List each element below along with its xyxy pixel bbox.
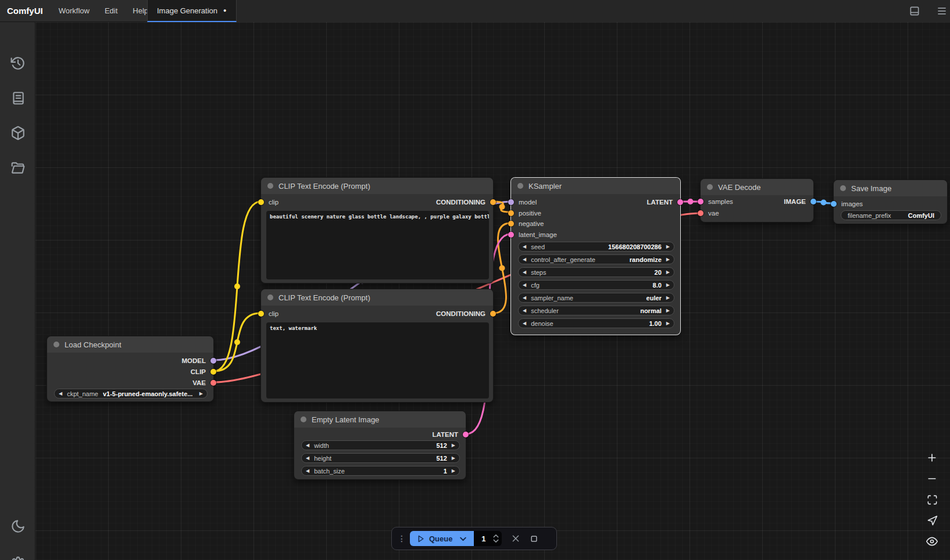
widget-cfg[interactable]: ◀ cfg 8.0 ▶ [518, 280, 674, 290]
port-images-input[interactable] [831, 201, 837, 207]
port-model-output[interactable] [210, 358, 216, 364]
widget-prev-icon[interactable]: ◀ [523, 296, 526, 300]
widget-next-icon[interactable]: ▶ [666, 296, 670, 300]
widget-prev-icon[interactable]: ◀ [523, 270, 526, 275]
widget-sampler-name[interactable]: ◀ sampler_name euler ▶ [518, 293, 674, 303]
zoom-in-icon[interactable] [925, 451, 939, 465]
widget-prev-icon[interactable]: ◀ [523, 245, 526, 249]
widget-next-icon[interactable]: ▶ [666, 308, 670, 313]
widget-prev-icon[interactable]: ◀ [306, 469, 309, 473]
port-clip-input[interactable] [258, 311, 264, 317]
collapse-dot-icon[interactable] [301, 417, 306, 422]
node-header[interactable]: Empty Latent Image [294, 411, 466, 428]
port-positive-input[interactable] [508, 210, 514, 216]
widget-next-icon[interactable]: ▶ [666, 245, 670, 249]
select-mode-arrow-icon[interactable] [925, 514, 939, 527]
port-clip-output[interactable] [210, 369, 216, 375]
node-clip-text-encode-negative[interactable]: CLIP Text Encode (Prompt) clip CONDITION… [260, 289, 494, 403]
port-latent-output[interactable] [677, 199, 683, 205]
node-header[interactable]: Save Image [834, 180, 947, 196]
clear-queue-close-icon[interactable] [511, 534, 520, 543]
widget-prev-icon[interactable]: ◀ [59, 392, 62, 396]
widget-steps[interactable]: ◀ steps 20 ▶ [518, 267, 674, 277]
node-library-cube-icon[interactable] [10, 125, 26, 141]
spin-down-icon[interactable] [493, 539, 499, 543]
port-vae-input[interactable] [698, 210, 703, 216]
node-save-image[interactable]: Save Image images filename_prefix ComfyU… [833, 180, 948, 224]
widget-ckpt-name[interactable]: ◀ ckpt_name v1-5-pruned-emaonly.safete..… [54, 389, 208, 399]
toggle-link-visibility-eye-icon[interactable] [925, 534, 939, 548]
menu-edit[interactable]: Edit [97, 0, 125, 22]
node-header[interactable]: KSampler [511, 178, 680, 194]
node-header[interactable]: CLIP Text Encode (Prompt) [261, 289, 493, 306]
prompt-textarea[interactable]: beautiful scenery nature glass bottle la… [266, 211, 489, 279]
node-load-checkpoint[interactable]: Load Checkpoint MODEL CLIP VAE ◀ ckpt_na… [47, 336, 214, 402]
zoom-out-icon[interactable] [925, 472, 939, 486]
toggle-bottom-panel-icon[interactable] [908, 4, 922, 18]
widget-scheduler[interactable]: ◀ scheduler normal ▶ [518, 306, 674, 315]
settings-gear-icon[interactable] [10, 556, 26, 560]
batch-count-spinner[interactable] [493, 534, 502, 543]
widget-next-icon[interactable]: ▶ [666, 321, 670, 326]
port-latent-image-input[interactable] [508, 232, 514, 238]
collapse-dot-icon[interactable] [267, 183, 273, 189]
widget-next-icon[interactable]: ▶ [666, 257, 670, 262]
port-latent-output[interactable] [463, 432, 469, 437]
collapse-dot-icon[interactable] [517, 183, 523, 189]
widget-batch-size[interactable]: ◀ batch_size 1 ▶ [301, 466, 460, 476]
widget-next-icon[interactable]: ▶ [452, 469, 455, 473]
node-vae-decode[interactable]: VAE Decode samples IMAGE vae [700, 178, 814, 222]
queue-log-icon[interactable] [10, 90, 26, 106]
queue-options-chevron-icon[interactable] [459, 534, 467, 543]
widget-prev-icon[interactable]: ◀ [523, 257, 526, 262]
widget-next-icon[interactable]: ▶ [452, 456, 455, 461]
widget-next-icon[interactable]: ▶ [666, 283, 670, 288]
port-model-input[interactable] [508, 199, 514, 205]
widget-width[interactable]: ◀ width 512 ▶ [301, 440, 460, 450]
menu-workflow[interactable]: Workflow [51, 0, 97, 22]
node-header[interactable]: VAE Decode [701, 179, 813, 195]
prompt-textarea[interactable]: text, watermark [266, 322, 489, 399]
widget-control-after-generate[interactable]: ◀ control_after_generate randomize ▶ [518, 254, 674, 264]
node-empty-latent-image[interactable]: Empty Latent Image LATENT ◀ width 512 ▶ … [294, 411, 466, 480]
port-negative-input[interactable] [508, 221, 514, 227]
widget-name: width [314, 442, 329, 449]
widget-next-icon[interactable]: ▶ [666, 270, 670, 275]
hamburger-menu-icon[interactable] [935, 4, 949, 18]
port-clip-input[interactable] [258, 199, 264, 205]
widget-height[interactable]: ◀ height 512 ▶ [301, 453, 460, 463]
queue-run-button[interactable]: Queue [410, 531, 474, 546]
widget-prev-icon[interactable]: ◀ [523, 321, 526, 326]
widget-denoise[interactable]: ◀ denoise 1.00 ▶ [518, 318, 674, 328]
collapse-dot-icon[interactable] [267, 295, 273, 300]
collapse-dot-icon[interactable] [840, 185, 846, 191]
widget-seed[interactable]: ◀ seed 156680208700286 ▶ [518, 242, 674, 252]
collapse-dot-icon[interactable] [53, 342, 59, 347]
stop-icon[interactable] [530, 534, 538, 543]
widget-prev-icon[interactable]: ◀ [523, 283, 526, 288]
fit-view-icon[interactable] [925, 493, 939, 507]
theme-moon-icon[interactable] [10, 518, 26, 534]
port-image-output[interactable] [810, 199, 816, 204]
widget-next-icon[interactable]: ▶ [452, 443, 455, 448]
widget-filename-prefix[interactable]: filename_prefix ComfyUI [841, 210, 941, 220]
history-icon[interactable] [10, 55, 26, 71]
batch-count-input[interactable]: 1 [474, 531, 502, 546]
port-conditioning-output[interactable] [490, 199, 496, 205]
node-ksampler[interactable]: KSampler model LATENT positive negative … [510, 177, 681, 335]
widget-prev-icon[interactable]: ◀ [306, 443, 309, 448]
drag-handle-icon[interactable]: ⋮ [398, 534, 405, 543]
port-vae-output[interactable] [210, 380, 216, 386]
node-clip-text-encode-positive[interactable]: CLIP Text Encode (Prompt) clip CONDITION… [260, 177, 494, 283]
collapse-dot-icon[interactable] [707, 184, 713, 190]
node-header[interactable]: CLIP Text Encode (Prompt) [261, 178, 493, 194]
widget-prev-icon[interactable]: ◀ [306, 456, 309, 461]
tab-image-generation[interactable]: Image Generation ● [147, 0, 237, 22]
workflows-folder-icon[interactable] [10, 160, 26, 176]
widget-next-icon[interactable]: ▶ [199, 392, 203, 396]
spin-up-icon[interactable] [493, 534, 499, 538]
node-header[interactable]: Load Checkpoint [47, 336, 213, 353]
port-samples-input[interactable] [698, 199, 703, 204]
widget-prev-icon[interactable]: ◀ [523, 308, 526, 313]
port-conditioning-output[interactable] [490, 311, 496, 317]
